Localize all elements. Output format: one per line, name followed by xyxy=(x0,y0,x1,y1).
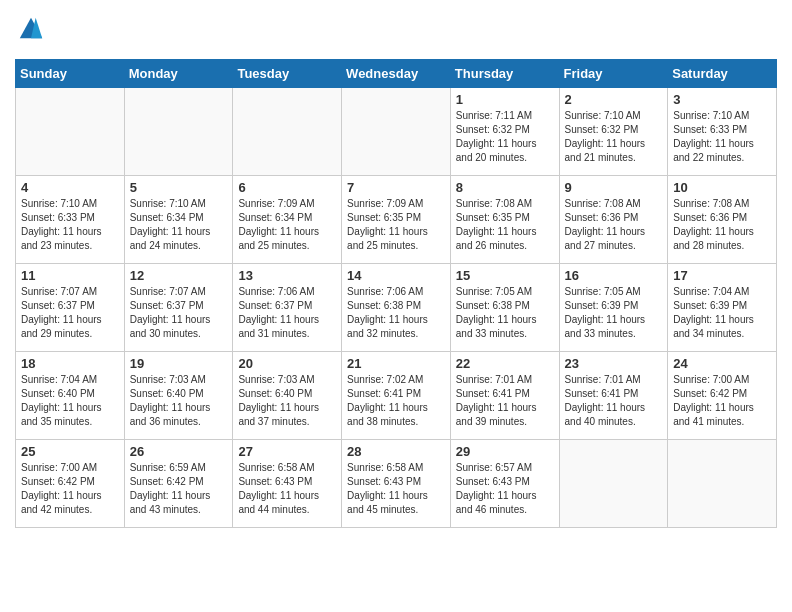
calendar-cell: 26Sunrise: 6:59 AM Sunset: 6:42 PM Dayli… xyxy=(124,439,233,527)
day-info: Sunrise: 7:00 AM Sunset: 6:42 PM Dayligh… xyxy=(21,461,119,517)
day-header-friday: Friday xyxy=(559,59,668,87)
calendar-cell: 13Sunrise: 7:06 AM Sunset: 6:37 PM Dayli… xyxy=(233,263,342,351)
calendar-table: SundayMondayTuesdayWednesdayThursdayFrid… xyxy=(15,59,777,528)
day-number: 13 xyxy=(238,268,336,283)
calendar-cell: 23Sunrise: 7:01 AM Sunset: 6:41 PM Dayli… xyxy=(559,351,668,439)
calendar-cell xyxy=(16,87,125,175)
day-info: Sunrise: 6:58 AM Sunset: 6:43 PM Dayligh… xyxy=(347,461,445,517)
day-header-wednesday: Wednesday xyxy=(342,59,451,87)
day-info: Sunrise: 7:08 AM Sunset: 6:35 PM Dayligh… xyxy=(456,197,554,253)
day-number: 5 xyxy=(130,180,228,195)
day-info: Sunrise: 7:01 AM Sunset: 6:41 PM Dayligh… xyxy=(565,373,663,429)
day-info: Sunrise: 7:02 AM Sunset: 6:41 PM Dayligh… xyxy=(347,373,445,429)
calendar-cell: 3Sunrise: 7:10 AM Sunset: 6:33 PM Daylig… xyxy=(668,87,777,175)
day-number: 24 xyxy=(673,356,771,371)
day-info: Sunrise: 7:03 AM Sunset: 6:40 PM Dayligh… xyxy=(130,373,228,429)
day-header-thursday: Thursday xyxy=(450,59,559,87)
day-info: Sunrise: 7:10 AM Sunset: 6:33 PM Dayligh… xyxy=(21,197,119,253)
page-header xyxy=(15,15,777,49)
day-number: 15 xyxy=(456,268,554,283)
day-number: 28 xyxy=(347,444,445,459)
day-number: 17 xyxy=(673,268,771,283)
week-row-0: 1Sunrise: 7:11 AM Sunset: 6:32 PM Daylig… xyxy=(16,87,777,175)
day-info: Sunrise: 7:07 AM Sunset: 6:37 PM Dayligh… xyxy=(130,285,228,341)
day-number: 27 xyxy=(238,444,336,459)
week-row-3: 18Sunrise: 7:04 AM Sunset: 6:40 PM Dayli… xyxy=(16,351,777,439)
day-info: Sunrise: 6:59 AM Sunset: 6:42 PM Dayligh… xyxy=(130,461,228,517)
calendar-cell xyxy=(559,439,668,527)
week-row-4: 25Sunrise: 7:00 AM Sunset: 6:42 PM Dayli… xyxy=(16,439,777,527)
day-number: 23 xyxy=(565,356,663,371)
day-number: 20 xyxy=(238,356,336,371)
calendar-cell: 19Sunrise: 7:03 AM Sunset: 6:40 PM Dayli… xyxy=(124,351,233,439)
calendar-cell: 11Sunrise: 7:07 AM Sunset: 6:37 PM Dayli… xyxy=(16,263,125,351)
calendar-cell: 6Sunrise: 7:09 AM Sunset: 6:34 PM Daylig… xyxy=(233,175,342,263)
day-number: 7 xyxy=(347,180,445,195)
day-number: 11 xyxy=(21,268,119,283)
day-number: 1 xyxy=(456,92,554,107)
day-number: 8 xyxy=(456,180,554,195)
calendar-cell xyxy=(124,87,233,175)
day-info: Sunrise: 7:11 AM Sunset: 6:32 PM Dayligh… xyxy=(456,109,554,165)
calendar-cell: 29Sunrise: 6:57 AM Sunset: 6:43 PM Dayli… xyxy=(450,439,559,527)
calendar-cell: 24Sunrise: 7:00 AM Sunset: 6:42 PM Dayli… xyxy=(668,351,777,439)
calendar-cell xyxy=(342,87,451,175)
calendar-cell: 8Sunrise: 7:08 AM Sunset: 6:35 PM Daylig… xyxy=(450,175,559,263)
day-number: 21 xyxy=(347,356,445,371)
day-info: Sunrise: 7:06 AM Sunset: 6:37 PM Dayligh… xyxy=(238,285,336,341)
calendar-cell: 14Sunrise: 7:06 AM Sunset: 6:38 PM Dayli… xyxy=(342,263,451,351)
calendar-cell: 22Sunrise: 7:01 AM Sunset: 6:41 PM Dayli… xyxy=(450,351,559,439)
day-number: 16 xyxy=(565,268,663,283)
calendar-cell xyxy=(233,87,342,175)
calendar-cell: 28Sunrise: 6:58 AM Sunset: 6:43 PM Dayli… xyxy=(342,439,451,527)
day-info: Sunrise: 7:04 AM Sunset: 6:39 PM Dayligh… xyxy=(673,285,771,341)
day-info: Sunrise: 7:05 AM Sunset: 6:39 PM Dayligh… xyxy=(565,285,663,341)
calendar-cell: 21Sunrise: 7:02 AM Sunset: 6:41 PM Dayli… xyxy=(342,351,451,439)
day-number: 14 xyxy=(347,268,445,283)
day-info: Sunrise: 7:04 AM Sunset: 6:40 PM Dayligh… xyxy=(21,373,119,429)
calendar-cell: 5Sunrise: 7:10 AM Sunset: 6:34 PM Daylig… xyxy=(124,175,233,263)
day-info: Sunrise: 7:10 AM Sunset: 6:34 PM Dayligh… xyxy=(130,197,228,253)
day-info: Sunrise: 7:03 AM Sunset: 6:40 PM Dayligh… xyxy=(238,373,336,429)
day-header-monday: Monday xyxy=(124,59,233,87)
day-info: Sunrise: 7:10 AM Sunset: 6:33 PM Dayligh… xyxy=(673,109,771,165)
day-number: 6 xyxy=(238,180,336,195)
day-number: 9 xyxy=(565,180,663,195)
day-header-sunday: Sunday xyxy=(16,59,125,87)
day-number: 12 xyxy=(130,268,228,283)
day-info: Sunrise: 6:58 AM Sunset: 6:43 PM Dayligh… xyxy=(238,461,336,517)
day-info: Sunrise: 7:07 AM Sunset: 6:37 PM Dayligh… xyxy=(21,285,119,341)
calendar-cell: 10Sunrise: 7:08 AM Sunset: 6:36 PM Dayli… xyxy=(668,175,777,263)
day-number: 18 xyxy=(21,356,119,371)
day-number: 25 xyxy=(21,444,119,459)
day-number: 10 xyxy=(673,180,771,195)
day-number: 26 xyxy=(130,444,228,459)
week-row-2: 11Sunrise: 7:07 AM Sunset: 6:37 PM Dayli… xyxy=(16,263,777,351)
calendar-cell: 27Sunrise: 6:58 AM Sunset: 6:43 PM Dayli… xyxy=(233,439,342,527)
day-info: Sunrise: 7:09 AM Sunset: 6:34 PM Dayligh… xyxy=(238,197,336,253)
calendar-cell: 4Sunrise: 7:10 AM Sunset: 6:33 PM Daylig… xyxy=(16,175,125,263)
day-number: 2 xyxy=(565,92,663,107)
calendar-cell xyxy=(668,439,777,527)
day-info: Sunrise: 7:10 AM Sunset: 6:32 PM Dayligh… xyxy=(565,109,663,165)
day-number: 19 xyxy=(130,356,228,371)
calendar-cell: 20Sunrise: 7:03 AM Sunset: 6:40 PM Dayli… xyxy=(233,351,342,439)
day-number: 29 xyxy=(456,444,554,459)
day-info: Sunrise: 6:57 AM Sunset: 6:43 PM Dayligh… xyxy=(456,461,554,517)
calendar-cell: 17Sunrise: 7:04 AM Sunset: 6:39 PM Dayli… xyxy=(668,263,777,351)
logo-icon xyxy=(17,15,45,43)
day-info: Sunrise: 7:08 AM Sunset: 6:36 PM Dayligh… xyxy=(673,197,771,253)
calendar-cell: 15Sunrise: 7:05 AM Sunset: 6:38 PM Dayli… xyxy=(450,263,559,351)
day-info: Sunrise: 7:01 AM Sunset: 6:41 PM Dayligh… xyxy=(456,373,554,429)
day-number: 3 xyxy=(673,92,771,107)
logo xyxy=(15,15,45,49)
day-info: Sunrise: 7:08 AM Sunset: 6:36 PM Dayligh… xyxy=(565,197,663,253)
calendar-cell: 9Sunrise: 7:08 AM Sunset: 6:36 PM Daylig… xyxy=(559,175,668,263)
day-info: Sunrise: 7:06 AM Sunset: 6:38 PM Dayligh… xyxy=(347,285,445,341)
day-number: 4 xyxy=(21,180,119,195)
calendar-cell: 18Sunrise: 7:04 AM Sunset: 6:40 PM Dayli… xyxy=(16,351,125,439)
day-info: Sunrise: 7:05 AM Sunset: 6:38 PM Dayligh… xyxy=(456,285,554,341)
day-number: 22 xyxy=(456,356,554,371)
day-header-tuesday: Tuesday xyxy=(233,59,342,87)
calendar-cell: 1Sunrise: 7:11 AM Sunset: 6:32 PM Daylig… xyxy=(450,87,559,175)
